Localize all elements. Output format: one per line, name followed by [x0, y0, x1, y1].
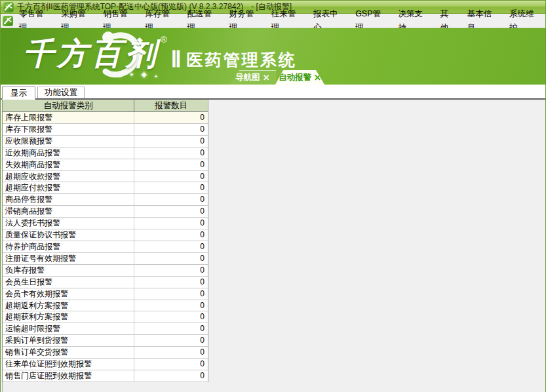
column-header-count[interactable]: 报警数目: [134, 100, 208, 111]
table-row[interactable]: 应收限额报警 0: [3, 136, 208, 147]
table-row[interactable]: 超期获利方案报警 0: [3, 311, 208, 323]
table-row[interactable]: 采购订单到货报警 0: [3, 335, 208, 347]
cell-count: 0: [134, 147, 208, 159]
document-tab-strip: 导航图 ✕ 自动报警 ✕: [1, 70, 545, 85]
table-row[interactable]: 会员生日报警 0: [3, 277, 208, 288]
brand-name: 千方百剂: [23, 33, 159, 75]
cell-category: 会员生日报警: [3, 277, 134, 288]
registered-mark: ®: [161, 35, 167, 45]
cell-category: 库存上限报警: [3, 112, 134, 123]
table-row[interactable]: 会员卡有效期报警 0: [3, 288, 208, 300]
cell-category: 滞销商品报警: [3, 206, 134, 217]
cell-category: 采购订单到货报警: [3, 335, 134, 346]
close-icon[interactable]: ✕: [263, 73, 270, 83]
cell-category: 质量保证协议书报警: [3, 229, 134, 241]
table-row[interactable]: 商品停售报警 0: [3, 194, 208, 206]
cell-count: 0: [134, 171, 208, 182]
tab-auto-alarm[interactable]: 自动报警 ✕: [275, 70, 324, 85]
child-system-menu-icon[interactable]: [3, 16, 13, 26]
table-row[interactable]: 滞销商品报警 0: [3, 206, 208, 218]
table-row[interactable]: 运输超时限报警 0: [3, 323, 208, 335]
cell-count: 0: [134, 253, 208, 264]
cell-category: 销售订单交货报警: [3, 347, 134, 358]
cell-category: 库存下限报警: [3, 124, 134, 135]
cell-count: 0: [134, 347, 208, 358]
cell-count: 0: [134, 182, 208, 193]
table-row[interactable]: 质量保证协议书报警 0: [3, 229, 208, 241]
table-row[interactable]: 待养护商品报警 0: [3, 241, 208, 253]
cell-category: 失效期商品报警: [3, 159, 134, 170]
cell-count: 0: [134, 311, 208, 323]
table-row[interactable]: 近效期商品报警 0: [3, 147, 208, 159]
brand-subtitle: 医药管理系统: [187, 49, 297, 71]
cell-count: 0: [134, 323, 208, 334]
cell-count: 0: [134, 288, 208, 300]
table-row[interactable]: 库存上限报警 0: [3, 112, 208, 124]
cell-category: 负库存报警: [3, 265, 134, 276]
cell-category: 销售门店证照到效期报警: [3, 370, 134, 382]
column-header-category[interactable]: 自动报警类别: [3, 100, 134, 111]
cell-count: 0: [134, 359, 208, 370]
cell-count: 0: [134, 206, 208, 217]
brand-edition: Ⅱ: [171, 47, 182, 72]
cell-category: 商品停售报警: [3, 194, 134, 205]
table-row[interactable]: 超期应付款报警 0: [3, 182, 208, 194]
table-row[interactable]: 销售门店证照到效期报警 0: [3, 370, 208, 382]
brand-banner: 千方百剂®Ⅱ医药管理系统 ✦ ✦ ✦ ✦ ✦ 导航图 ✕ 自动报警 ✕: [1, 28, 545, 85]
cell-category: 近效期商品报警: [3, 147, 134, 159]
cell-count: 0: [134, 124, 208, 135]
table-row[interactable]: 注册证号有效期报警 0: [3, 253, 208, 265]
cell-count: 0: [134, 335, 208, 346]
alarm-panel: 自动报警类别 报警数目 库存上限报警 0 库存下限报警 0 应收限额报警 0 近…: [1, 98, 545, 392]
table-row[interactable]: 法人委托书报警 0: [3, 218, 208, 229]
cell-category: 超期应付款报警: [3, 182, 134, 193]
tab-label: 导航图: [235, 72, 260, 83]
table-row[interactable]: 超期返利方案报警 0: [3, 300, 208, 312]
grid-left-border: [2, 382, 3, 392]
cell-category: 待养护商品报警: [3, 241, 134, 252]
cell-count: 0: [134, 112, 208, 123]
table-row[interactable]: 库存下限报警 0: [3, 124, 208, 136]
cell-category: 法人委托书报警: [3, 218, 134, 229]
table-body: 库存上限报警 0 库存下限报警 0 应收限额报警 0 近效期商品报警 0 失效期…: [3, 112, 208, 382]
tab-navigation-map[interactable]: 导航图 ✕: [229, 70, 276, 85]
cell-count: 0: [134, 159, 208, 170]
table-row[interactable]: 销售订单交货报警 0: [3, 347, 208, 359]
alarm-table: 自动报警类别 报警数目 库存上限报警 0 库存下限报警 0 应收限额报警 0 近…: [2, 100, 208, 382]
app-logo-icon: [3, 2, 14, 12]
cell-count: 0: [134, 229, 208, 241]
table-row[interactable]: 失效期商品报警 0: [3, 159, 208, 171]
cell-category: 超期获利方案报警: [3, 311, 134, 323]
cell-category: 超期应收款报警: [3, 171, 134, 182]
cell-category: 超期返利方案报警: [3, 300, 134, 311]
cell-count: 0: [134, 194, 208, 205]
cell-count: 0: [134, 300, 208, 311]
cell-count: 0: [134, 277, 208, 288]
table-row[interactable]: 负库存报警 0: [3, 265, 208, 277]
tab-display[interactable]: 显示: [2, 87, 35, 100]
cell-count: 0: [134, 370, 208, 382]
cell-count: 0: [134, 241, 208, 252]
cell-category: 应收限额报警: [3, 136, 134, 147]
close-icon[interactable]: ✕: [314, 73, 321, 83]
tab-label: 自动报警: [279, 72, 311, 83]
view-tab-strip: 显示 功能设置: [1, 85, 545, 98]
menu-bar: 零售管理采购管理销售管理库存管理配送管理财务管理往来管理报表中心GSP管理决策支…: [1, 14, 545, 28]
table-row[interactable]: 往来单位证照到效期报警 0: [3, 359, 208, 370]
table-row[interactable]: 超期应收款报警 0: [3, 171, 208, 183]
table-header: 自动报警类别 报警数目: [3, 100, 208, 112]
cell-count: 0: [134, 218, 208, 229]
cell-count: 0: [134, 265, 208, 276]
cell-category: 注册证号有效期报警: [3, 253, 134, 264]
app-window: 千方百剂II医药管理系统TOP-配送中心版(预览版) (V 8.2.3.2784…: [0, 0, 546, 392]
cell-count: 0: [134, 136, 208, 147]
cell-category: 往来单位证照到效期报警: [3, 359, 134, 370]
cell-category: 运输超时限报警: [3, 323, 134, 334]
tab-function-settings[interactable]: 功能设置: [37, 87, 85, 98]
cell-category: 会员卡有效期报警: [3, 288, 134, 300]
